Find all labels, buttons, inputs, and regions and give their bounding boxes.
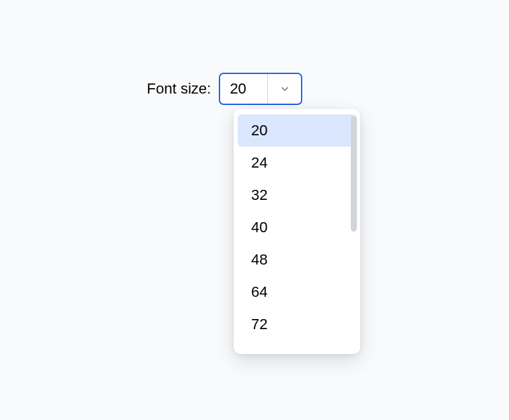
chevron-down-icon bbox=[279, 83, 291, 95]
font-size-option[interactable]: 48 bbox=[238, 244, 356, 276]
font-size-option[interactable]: 64 bbox=[238, 276, 356, 308]
font-size-option[interactable]: 72 bbox=[238, 308, 356, 341]
font-size-dropdown-button[interactable] bbox=[267, 74, 301, 104]
font-size-control: Font size: bbox=[147, 73, 302, 105]
listbox-scroll[interactable]: 20243240486472 bbox=[234, 114, 360, 349]
font-size-listbox[interactable]: 20243240486472 bbox=[234, 109, 360, 354]
font-size-option[interactable]: 20 bbox=[238, 114, 356, 147]
font-size-combobox[interactable] bbox=[219, 73, 302, 105]
font-size-input[interactable] bbox=[220, 74, 267, 104]
font-size-label: Font size: bbox=[147, 80, 211, 98]
font-size-option[interactable]: 24 bbox=[238, 147, 356, 179]
scrollbar-thumb[interactable] bbox=[351, 116, 357, 232]
font-size-option[interactable]: 32 bbox=[238, 179, 356, 211]
font-size-option[interactable]: 40 bbox=[238, 211, 356, 244]
